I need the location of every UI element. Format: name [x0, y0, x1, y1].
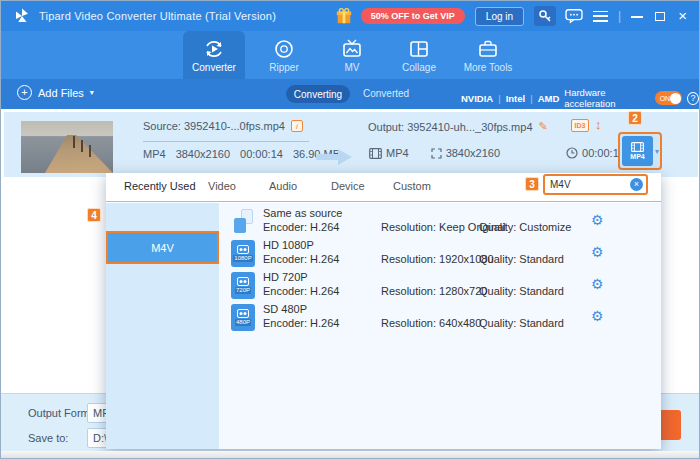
toggle-on-label: ON	[660, 95, 671, 102]
format-profile-list: Same as source Encoder: H.264 Resolution…	[219, 203, 661, 449]
tab-ripper[interactable]: Ripper	[253, 31, 315, 79]
format-dropdown-panel: Recently Used Video Audio Device Custom …	[106, 173, 661, 449]
rename-pencil-icon[interactable]: ✎	[539, 120, 548, 133]
source-resolution: 3840x2160	[176, 148, 230, 160]
output-resolution: 3840x2160	[446, 147, 500, 159]
mv-tv-icon	[341, 38, 363, 60]
tab-more-tools[interactable]: More Tools	[453, 31, 523, 79]
brand-intel: Intel	[506, 93, 526, 104]
divider	[143, 141, 309, 142]
annotation-step-3: 3	[525, 177, 539, 191]
format-panel-tabs: Recently Used Video Audio Device Custom …	[106, 173, 661, 202]
annotation-step-4: 4	[87, 208, 101, 222]
minimize-button[interactable]	[631, 10, 643, 22]
tab-converter[interactable]: Converter	[183, 31, 245, 79]
format-select-button[interactable]: MP4	[622, 136, 653, 166]
format-panel-sidebar: M4V	[106, 203, 219, 449]
tab-label: Ripper	[269, 62, 298, 73]
add-files-button[interactable]: + Add Files ▾	[17, 85, 94, 100]
menu-icon[interactable]	[593, 11, 608, 22]
panel-tab-device[interactable]: Device	[331, 180, 365, 192]
main-nav: Converter Ripper MV Collage	[1, 31, 699, 79]
tab-collage[interactable]: Collage	[388, 31, 450, 79]
ripper-disc-icon	[273, 38, 295, 60]
profile-row-hd-720p[interactable]: 720P HD 720P Encoder: H.264 Resolution: …	[219, 269, 661, 302]
profile-row-hd-1080p[interactable]: 1080P HD 1080P Encoder: H.264 Resolution…	[219, 237, 661, 270]
app-window: Tipard Video Converter Ultimate (Trial V…	[0, 0, 700, 459]
output-meta: MP4 3840x2160 00:00:14	[369, 147, 625, 159]
settings-gear-icon[interactable]: ⚙	[591, 212, 604, 228]
close-button[interactable]: ×	[678, 10, 687, 22]
reorder-arrows-icon[interactable]: ↕	[595, 117, 602, 132]
converted-tab[interactable]: Converted	[363, 88, 409, 99]
clear-search-icon[interactable]: ×	[630, 178, 643, 191]
titlebar: Tipard Video Converter Ultimate (Trial V…	[1, 1, 699, 31]
maximize-button[interactable]	[655, 12, 665, 21]
film-icon	[631, 142, 644, 152]
source-meta: MP4 3840x2160 00:00:14 36.90 MB	[143, 148, 340, 160]
id3-tag-icon[interactable]: ID3	[571, 119, 589, 132]
file-row[interactable]: Source: 3952410-...0fps.mp4 i MP4 3840x2…	[4, 112, 698, 177]
format-dropdown-caret-icon[interactable]: ▾	[655, 147, 659, 156]
format-select-highlight: MP4 ▾	[618, 132, 662, 170]
settings-gear-icon[interactable]: ⚙	[591, 276, 604, 292]
resolution-expand-icon	[431, 148, 442, 159]
settings-gear-icon[interactable]: ⚙	[591, 308, 604, 324]
tab-label: More Tools	[464, 62, 513, 73]
login-button[interactable]: Log in	[475, 7, 524, 26]
profile-row-same-as-source[interactable]: Same as source Encoder: H.264 Resolution…	[219, 205, 661, 238]
plus-circle-icon: +	[17, 85, 32, 100]
hd-720p-icon: 720P	[231, 272, 255, 299]
output-format: MP4	[386, 147, 409, 159]
film-icon	[369, 148, 382, 159]
hw-accel-label: Hardware acceleration	[564, 87, 649, 109]
clock-icon	[566, 147, 578, 159]
panel-tab-custom[interactable]: Custom	[393, 180, 431, 192]
format-search-input[interactable]	[545, 179, 630, 190]
tab-mv[interactable]: MV	[321, 31, 383, 79]
sub-toolbar: + Add Files ▾ Converting Converted NVIDI…	[1, 79, 699, 109]
window-title: Tipard Video Converter Ultimate (Trial V…	[39, 10, 276, 22]
converting-tab[interactable]: Converting	[286, 85, 350, 103]
hardware-acceleration-group: NVIDIA | Intel | AMD Hardware accelerati…	[461, 87, 699, 109]
help-icon[interactable]: ?	[687, 92, 699, 105]
panel-tab-video[interactable]: Video	[208, 180, 236, 192]
tipard-logo-icon	[13, 7, 31, 25]
source-duration: 00:00:14	[240, 148, 283, 160]
video-thumbnail	[21, 121, 113, 173]
source-format: MP4	[143, 148, 166, 160]
convert-direction-arrow-icon	[316, 148, 354, 166]
collage-grid-icon	[408, 38, 430, 60]
tab-label: Collage	[402, 62, 436, 73]
chevron-down-icon[interactable]: ▾	[90, 88, 94, 97]
format-button-label: MP4	[630, 153, 644, 160]
window-bottom-edge	[1, 451, 699, 459]
save-to-label: Save to:	[28, 432, 68, 444]
profile-row-sd-480p[interactable]: 480P SD 480P Encoder: H.264 Resolution: …	[219, 301, 661, 334]
format-search-box: ×	[543, 174, 648, 195]
sidebar-item-m4v[interactable]: M4V	[106, 231, 219, 264]
panel-tab-recently-used[interactable]: Recently Used	[124, 180, 196, 192]
brand-nvidia: NVIDIA	[461, 93, 493, 104]
toggle-knob	[670, 93, 681, 104]
settings-gear-icon[interactable]: ⚙	[591, 244, 604, 260]
tab-label: Converter	[192, 62, 236, 73]
hd-1080p-icon: 1080P	[231, 240, 255, 267]
key-icon	[538, 9, 552, 23]
same-as-source-icon	[231, 208, 255, 235]
feedback-chat-icon[interactable]	[565, 8, 583, 24]
info-icon[interactable]: i	[291, 120, 303, 132]
panel-tab-audio[interactable]: Audio	[269, 180, 297, 192]
brand-amd: AMD	[538, 93, 560, 104]
register-key-button[interactable]	[534, 6, 556, 26]
source-filename: Source: 3952410-...0fps.mp4	[143, 120, 285, 132]
hw-accel-toggle[interactable]: ON	[655, 91, 682, 105]
gift-icon[interactable]	[335, 7, 353, 25]
vip-offer-badge[interactable]: 50% OFF to Get VIP	[361, 8, 465, 24]
tab-label: MV	[345, 62, 360, 73]
add-files-label: Add Files	[38, 87, 84, 99]
sd-480p-icon: 480P	[231, 304, 255, 331]
toolbox-icon	[477, 38, 499, 60]
converter-icon	[203, 38, 225, 60]
output-filename: Output: 3952410-uh..._30fps.mp4	[368, 121, 533, 133]
